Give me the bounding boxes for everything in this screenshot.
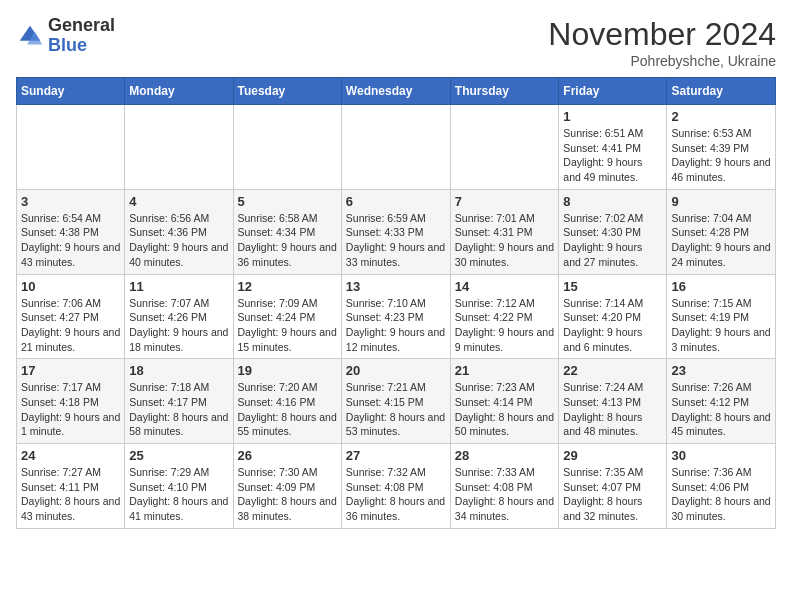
calendar-cell: 19Sunrise: 7:20 AM Sunset: 4:16 PM Dayli… bbox=[233, 359, 341, 444]
day-info: Sunrise: 7:15 AM Sunset: 4:19 PM Dayligh… bbox=[671, 296, 771, 355]
calendar-cell: 14Sunrise: 7:12 AM Sunset: 4:22 PM Dayli… bbox=[450, 274, 559, 359]
day-info: Sunrise: 7:20 AM Sunset: 4:16 PM Dayligh… bbox=[238, 380, 337, 439]
calendar-cell: 20Sunrise: 7:21 AM Sunset: 4:15 PM Dayli… bbox=[341, 359, 450, 444]
weekday-header: Sunday bbox=[17, 78, 125, 105]
page-header: General Blue November 2024 Pohrebyshche,… bbox=[16, 16, 776, 69]
day-info: Sunrise: 7:18 AM Sunset: 4:17 PM Dayligh… bbox=[129, 380, 228, 439]
calendar-cell: 2Sunrise: 6:53 AM Sunset: 4:39 PM Daylig… bbox=[667, 105, 776, 190]
calendar-cell: 10Sunrise: 7:06 AM Sunset: 4:27 PM Dayli… bbox=[17, 274, 125, 359]
day-number: 1 bbox=[563, 109, 662, 124]
day-info: Sunrise: 7:02 AM Sunset: 4:30 PM Dayligh… bbox=[563, 211, 662, 270]
calendar-week-row: 24Sunrise: 7:27 AM Sunset: 4:11 PM Dayli… bbox=[17, 444, 776, 529]
calendar-cell: 6Sunrise: 6:59 AM Sunset: 4:33 PM Daylig… bbox=[341, 189, 450, 274]
calendar-table: SundayMondayTuesdayWednesdayThursdayFrid… bbox=[16, 77, 776, 529]
day-number: 19 bbox=[238, 363, 337, 378]
day-info: Sunrise: 7:01 AM Sunset: 4:31 PM Dayligh… bbox=[455, 211, 555, 270]
day-info: Sunrise: 7:36 AM Sunset: 4:06 PM Dayligh… bbox=[671, 465, 771, 524]
day-info: Sunrise: 6:54 AM Sunset: 4:38 PM Dayligh… bbox=[21, 211, 120, 270]
day-info: Sunrise: 6:56 AM Sunset: 4:36 PM Dayligh… bbox=[129, 211, 228, 270]
calendar-cell bbox=[450, 105, 559, 190]
month-title: November 2024 bbox=[548, 16, 776, 53]
day-number: 17 bbox=[21, 363, 120, 378]
day-number: 3 bbox=[21, 194, 120, 209]
day-info: Sunrise: 7:29 AM Sunset: 4:10 PM Dayligh… bbox=[129, 465, 228, 524]
day-number: 30 bbox=[671, 448, 771, 463]
day-number: 16 bbox=[671, 279, 771, 294]
day-info: Sunrise: 7:35 AM Sunset: 4:07 PM Dayligh… bbox=[563, 465, 662, 524]
weekday-header: Thursday bbox=[450, 78, 559, 105]
title-block: November 2024 Pohrebyshche, Ukraine bbox=[548, 16, 776, 69]
day-number: 21 bbox=[455, 363, 555, 378]
day-number: 6 bbox=[346, 194, 446, 209]
day-info: Sunrise: 7:09 AM Sunset: 4:24 PM Dayligh… bbox=[238, 296, 337, 355]
calendar-cell: 1Sunrise: 6:51 AM Sunset: 4:41 PM Daylig… bbox=[559, 105, 667, 190]
weekday-header: Saturday bbox=[667, 78, 776, 105]
weekday-header: Monday bbox=[125, 78, 233, 105]
calendar-cell: 11Sunrise: 7:07 AM Sunset: 4:26 PM Dayli… bbox=[125, 274, 233, 359]
day-info: Sunrise: 7:23 AM Sunset: 4:14 PM Dayligh… bbox=[455, 380, 555, 439]
day-number: 10 bbox=[21, 279, 120, 294]
day-info: Sunrise: 7:12 AM Sunset: 4:22 PM Dayligh… bbox=[455, 296, 555, 355]
day-number: 5 bbox=[238, 194, 337, 209]
day-number: 20 bbox=[346, 363, 446, 378]
calendar-cell: 29Sunrise: 7:35 AM Sunset: 4:07 PM Dayli… bbox=[559, 444, 667, 529]
weekday-header: Wednesday bbox=[341, 78, 450, 105]
calendar-cell bbox=[233, 105, 341, 190]
day-info: Sunrise: 7:32 AM Sunset: 4:08 PM Dayligh… bbox=[346, 465, 446, 524]
calendar-week-row: 1Sunrise: 6:51 AM Sunset: 4:41 PM Daylig… bbox=[17, 105, 776, 190]
calendar-cell: 17Sunrise: 7:17 AM Sunset: 4:18 PM Dayli… bbox=[17, 359, 125, 444]
day-number: 8 bbox=[563, 194, 662, 209]
day-number: 25 bbox=[129, 448, 228, 463]
day-number: 15 bbox=[563, 279, 662, 294]
day-number: 26 bbox=[238, 448, 337, 463]
day-info: Sunrise: 7:33 AM Sunset: 4:08 PM Dayligh… bbox=[455, 465, 555, 524]
logo-text: General Blue bbox=[48, 16, 115, 56]
day-info: Sunrise: 7:27 AM Sunset: 4:11 PM Dayligh… bbox=[21, 465, 120, 524]
calendar-cell: 16Sunrise: 7:15 AM Sunset: 4:19 PM Dayli… bbox=[667, 274, 776, 359]
calendar-cell bbox=[341, 105, 450, 190]
calendar-cell bbox=[125, 105, 233, 190]
calendar-header-row: SundayMondayTuesdayWednesdayThursdayFrid… bbox=[17, 78, 776, 105]
day-number: 28 bbox=[455, 448, 555, 463]
day-info: Sunrise: 7:07 AM Sunset: 4:26 PM Dayligh… bbox=[129, 296, 228, 355]
day-number: 11 bbox=[129, 279, 228, 294]
calendar-cell: 23Sunrise: 7:26 AM Sunset: 4:12 PM Dayli… bbox=[667, 359, 776, 444]
calendar-cell: 12Sunrise: 7:09 AM Sunset: 4:24 PM Dayli… bbox=[233, 274, 341, 359]
day-info: Sunrise: 6:58 AM Sunset: 4:34 PM Dayligh… bbox=[238, 211, 337, 270]
day-info: Sunrise: 7:10 AM Sunset: 4:23 PM Dayligh… bbox=[346, 296, 446, 355]
calendar-cell: 8Sunrise: 7:02 AM Sunset: 4:30 PM Daylig… bbox=[559, 189, 667, 274]
calendar-cell: 24Sunrise: 7:27 AM Sunset: 4:11 PM Dayli… bbox=[17, 444, 125, 529]
day-number: 4 bbox=[129, 194, 228, 209]
day-number: 13 bbox=[346, 279, 446, 294]
calendar-cell: 13Sunrise: 7:10 AM Sunset: 4:23 PM Dayli… bbox=[341, 274, 450, 359]
calendar-cell: 18Sunrise: 7:18 AM Sunset: 4:17 PM Dayli… bbox=[125, 359, 233, 444]
weekday-header: Tuesday bbox=[233, 78, 341, 105]
day-number: 18 bbox=[129, 363, 228, 378]
calendar-cell: 5Sunrise: 6:58 AM Sunset: 4:34 PM Daylig… bbox=[233, 189, 341, 274]
weekday-header: Friday bbox=[559, 78, 667, 105]
day-info: Sunrise: 6:59 AM Sunset: 4:33 PM Dayligh… bbox=[346, 211, 446, 270]
day-number: 12 bbox=[238, 279, 337, 294]
day-number: 22 bbox=[563, 363, 662, 378]
day-info: Sunrise: 7:21 AM Sunset: 4:15 PM Dayligh… bbox=[346, 380, 446, 439]
calendar-cell: 9Sunrise: 7:04 AM Sunset: 4:28 PM Daylig… bbox=[667, 189, 776, 274]
calendar-cell bbox=[17, 105, 125, 190]
calendar-cell: 26Sunrise: 7:30 AM Sunset: 4:09 PM Dayli… bbox=[233, 444, 341, 529]
location-subtitle: Pohrebyshche, Ukraine bbox=[548, 53, 776, 69]
day-info: Sunrise: 7:04 AM Sunset: 4:28 PM Dayligh… bbox=[671, 211, 771, 270]
calendar-cell: 3Sunrise: 6:54 AM Sunset: 4:38 PM Daylig… bbox=[17, 189, 125, 274]
calendar-week-row: 17Sunrise: 7:17 AM Sunset: 4:18 PM Dayli… bbox=[17, 359, 776, 444]
day-info: Sunrise: 7:30 AM Sunset: 4:09 PM Dayligh… bbox=[238, 465, 337, 524]
day-number: 9 bbox=[671, 194, 771, 209]
day-number: 7 bbox=[455, 194, 555, 209]
day-info: Sunrise: 7:24 AM Sunset: 4:13 PM Dayligh… bbox=[563, 380, 662, 439]
day-info: Sunrise: 7:26 AM Sunset: 4:12 PM Dayligh… bbox=[671, 380, 771, 439]
logo-icon bbox=[16, 22, 44, 50]
calendar-cell: 25Sunrise: 7:29 AM Sunset: 4:10 PM Dayli… bbox=[125, 444, 233, 529]
day-number: 14 bbox=[455, 279, 555, 294]
calendar-cell: 15Sunrise: 7:14 AM Sunset: 4:20 PM Dayli… bbox=[559, 274, 667, 359]
day-info: Sunrise: 6:53 AM Sunset: 4:39 PM Dayligh… bbox=[671, 126, 771, 185]
calendar-cell: 22Sunrise: 7:24 AM Sunset: 4:13 PM Dayli… bbox=[559, 359, 667, 444]
day-info: Sunrise: 6:51 AM Sunset: 4:41 PM Dayligh… bbox=[563, 126, 662, 185]
calendar-week-row: 3Sunrise: 6:54 AM Sunset: 4:38 PM Daylig… bbox=[17, 189, 776, 274]
